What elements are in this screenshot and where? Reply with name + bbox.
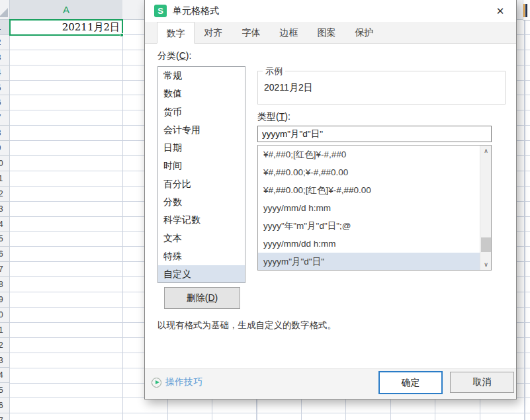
play-circle-icon (152, 378, 161, 388)
row-header-cell[interactable]: 20 (0, 308, 10, 323)
delete-button[interactable]: 删除(D) (164, 287, 240, 309)
delete-label-key: D (208, 292, 214, 303)
row-number: 5 (0, 81, 10, 95)
dialog-tab[interactable]: 图案 (308, 22, 345, 43)
row-header-cell[interactable]: 9 (0, 141, 10, 156)
category-item[interactable]: 会计专用 (158, 121, 245, 139)
category-label-suffix: ): (186, 50, 192, 61)
row-number: 18 (0, 277, 10, 292)
row-number: 16 (0, 247, 10, 261)
row-number: 6 (0, 95, 10, 110)
dialog-titlebar[interactable]: S 单元格格式 ✕ (145, 0, 516, 22)
sample-groupbox: 示例 20211月2日 (257, 71, 506, 105)
category-item[interactable]: 货币 (158, 103, 245, 121)
row-number: 27 (0, 413, 10, 420)
scroll-up-icon[interactable]: ∧ (480, 146, 492, 156)
row-number: 3 (0, 50, 10, 65)
row-header-cell[interactable]: 19 (0, 292, 10, 308)
category-item[interactable]: 分数 (158, 193, 245, 211)
type-label-key: T (279, 111, 285, 122)
dialog-tab[interactable]: 边框 (270, 22, 308, 43)
column-header-a[interactable]: A (10, 0, 122, 20)
row-number: 19 (0, 292, 10, 307)
tips-label: 操作技巧 (165, 376, 202, 388)
format-item[interactable]: ¥#,##0.00;¥-#,##0.00 (258, 163, 480, 181)
row-header-cell[interactable]: 13 (0, 202, 10, 217)
row-number: 4 (0, 65, 10, 80)
row-header-cell[interactable]: 21 (0, 323, 10, 338)
row-header-cell[interactable]: 10 (0, 156, 10, 171)
row-header-cell[interactable]: 6 (0, 95, 10, 110)
cell-a1[interactable]: 20211月2日 (10, 20, 122, 35)
format-item[interactable]: yyyy/mm/dd h:mm (258, 235, 480, 253)
category-item[interactable]: 时间 (158, 157, 245, 175)
row-header-cell[interactable]: 12 (0, 187, 10, 202)
category-label-prefix: 分类( (157, 50, 179, 61)
category-item[interactable]: 科学记数 (158, 211, 245, 229)
scroll-down-icon[interactable]: ∨ (480, 259, 492, 270)
dialog-title: 单元格格式 (173, 5, 219, 17)
type-label-prefix: 类型( (257, 111, 279, 122)
row-header-cell[interactable]: 11 (0, 171, 10, 187)
dialog-tab[interactable]: 字体 (232, 22, 270, 43)
row-number: 22 (0, 338, 10, 353)
tips-link[interactable]: 操作技巧 (152, 376, 202, 388)
format-list-scrollbar[interactable]: ∧ ∨ (480, 146, 491, 270)
cancel-button[interactable]: 取消 (450, 372, 514, 393)
close-icon[interactable]: ✕ (494, 5, 507, 18)
row-number: 10 (0, 156, 10, 171)
row-header-cell[interactable]: 14 (0, 217, 10, 232)
format-item[interactable]: yyyy/mm/d h:mm (258, 199, 480, 217)
row-number: 12 (0, 187, 10, 201)
category-list: 常规数值货币会计专用日期时间百分比分数科学记数文本特殊自定义 (157, 66, 245, 283)
row-number: 8 (0, 126, 10, 140)
type-input[interactable] (257, 126, 492, 142)
row-header-cell[interactable]: 3 (0, 50, 10, 65)
format-item[interactable]: yyyy"年"m"月"d"日";@ (258, 217, 480, 235)
format-item[interactable]: ¥#,##0;[红色]¥-#,##0 (258, 146, 480, 163)
category-item[interactable]: 文本 (158, 230, 245, 247)
row-number: 20 (0, 308, 10, 322)
category-item[interactable]: 自定义 (158, 265, 245, 283)
dialog-tab[interactable]: 对齐 (195, 22, 232, 43)
row-header-cell[interactable]: 23 (0, 353, 10, 368)
row-header: 1234567891011121314151617181920212223242… (0, 20, 10, 420)
fill-handle[interactable] (120, 33, 124, 37)
category-label: 分类(C): (157, 50, 191, 62)
category-item[interactable]: 常规 (158, 67, 245, 85)
row-header-cell[interactable]: 26 (0, 398, 10, 413)
dialog-tab[interactable]: 数字 (157, 22, 195, 44)
row-header-cell[interactable]: 1 (0, 20, 10, 35)
marker-stripe-dark (525, 4, 527, 17)
row-header-cell[interactable]: 4 (0, 65, 10, 81)
select-all-corner[interactable] (0, 0, 10, 20)
category-item[interactable]: 数值 (158, 85, 245, 103)
row-header-cell[interactable]: 24 (0, 368, 10, 383)
row-header-cell[interactable]: 25 (0, 383, 10, 398)
select-all-triangle-icon (0, 8, 8, 17)
category-item[interactable]: 日期 (158, 139, 245, 157)
format-item[interactable]: yyyym"月"d"日" (258, 253, 480, 271)
category-item[interactable]: 特殊 (158, 247, 245, 265)
row-header-cell[interactable]: 8 (0, 126, 10, 141)
row-header-cell[interactable]: 15 (0, 231, 10, 247)
ok-button[interactable]: 确定 (378, 371, 443, 394)
row-header-cell[interactable]: 2 (0, 35, 10, 50)
row-header-cell[interactable]: 22 (0, 338, 10, 353)
category-item[interactable]: 百分比 (158, 175, 245, 193)
format-cells-dialog: S 单元格格式 ✕ 数字对齐字体边框图案保护 分类(C): 常规数值货币会计专用… (144, 0, 517, 399)
row-number: 14 (0, 217, 10, 231)
row-header-cell[interactable]: 5 (0, 81, 10, 96)
scrollbar-thumb[interactable] (481, 237, 491, 252)
row-number: 9 (0, 141, 10, 155)
row-header-cell[interactable]: 27 (0, 413, 10, 420)
format-item[interactable]: ¥#,##0.00;[红色]¥-#,##0.00 (258, 181, 480, 199)
row-header-cell[interactable]: 16 (0, 247, 10, 262)
row-header-cell[interactable]: 7 (0, 110, 10, 126)
row-header-cell[interactable]: 18 (0, 277, 10, 292)
category-label-key: C (179, 50, 186, 61)
right-edge-marker (523, 4, 527, 17)
app-window: A 12345678910111213141516171819202122232… (0, 0, 530, 420)
dialog-tab[interactable]: 保护 (345, 22, 383, 43)
row-header-cell[interactable]: 17 (0, 262, 10, 277)
